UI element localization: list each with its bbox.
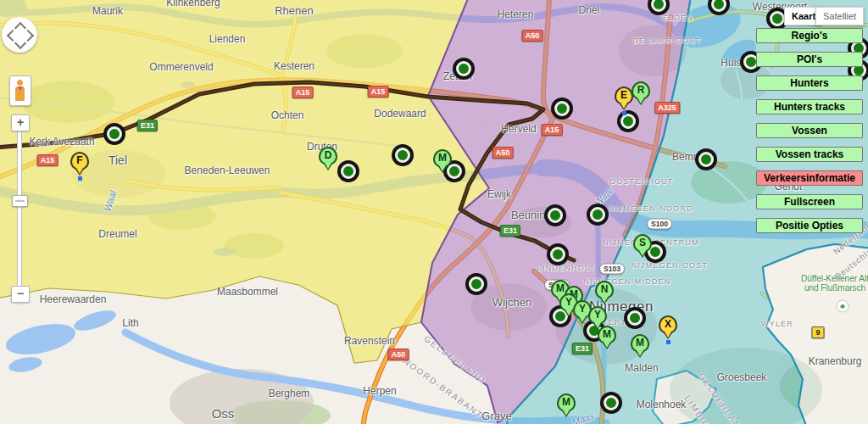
menu-button-positie-opties[interactable]: Positie Opties (756, 218, 863, 233)
zoom-out-button[interactable]: − (11, 286, 30, 303)
map-pin-m[interactable]: M (557, 393, 576, 412)
menu-button-hunters[interactable]: Hunters (756, 75, 863, 91)
pegman-icon (17, 80, 23, 86)
pegman[interactable] (9, 75, 31, 106)
menu-button-regios[interactable]: Regio's (756, 28, 863, 43)
map-pin-n[interactable]: N (595, 281, 614, 299)
map-marker[interactable] (770, 11, 785, 26)
map-pin-x[interactable]: X (659, 315, 677, 334)
map-marker[interactable] (395, 148, 410, 163)
pin-layer: FEXDMRSNMMYYYMMM (0, 0, 868, 424)
map-pin-y[interactable]: Y (588, 306, 607, 325)
menu-button-vossen-tracks[interactable]: Vossen tracks (756, 147, 863, 162)
zoom-slider-track[interactable] (17, 131, 22, 287)
menu-button-vossen[interactable]: Vossen (756, 123, 863, 138)
map-marker[interactable] (627, 310, 643, 326)
map-pin-r[interactable]: R (632, 81, 650, 100)
menu-button-pois[interactable]: POI's (756, 52, 863, 67)
map-marker[interactable] (590, 207, 605, 222)
pin-blue-tip (622, 111, 626, 115)
map-application: A15A15A15A15A50A50A50A325E31E31E31S100S1… (0, 0, 868, 424)
map-marker[interactable] (620, 114, 636, 129)
map-marker[interactable] (554, 101, 570, 116)
menu-button-fullscreen[interactable]: Fullscreen (756, 194, 863, 209)
pan-down-arrow[interactable] (14, 37, 26, 49)
map-marker[interactable] (548, 208, 563, 223)
map-marker[interactable] (107, 126, 122, 142)
pan-right-arrow[interactable] (22, 30, 34, 42)
pin-blue-tip (666, 340, 670, 344)
map-pin-f[interactable]: F (70, 152, 89, 170)
map-marker[interactable] (341, 164, 356, 179)
menu-button-verkeersinformatie[interactable]: Verkeersinformatie (756, 170, 863, 186)
map-marker[interactable] (550, 247, 565, 262)
map-pin-m[interactable]: M (631, 334, 649, 353)
map-pin-s[interactable]: S (633, 234, 652, 253)
map-marker[interactable] (456, 61, 471, 76)
pan-control[interactable] (2, 17, 37, 53)
map-pin-e[interactable]: E (615, 86, 633, 105)
map-marker[interactable] (447, 164, 462, 179)
map-type-satelliet-button[interactable]: Satelliet (815, 7, 864, 25)
pin-blue-tip (78, 176, 82, 181)
map-pin-m[interactable]: M (598, 326, 616, 344)
map-pin-m[interactable]: M (433, 149, 452, 168)
menu-button-hunters-tracks[interactable]: Hunters tracks (756, 99, 863, 114)
map-marker[interactable] (604, 395, 619, 410)
zoom-slider-handle[interactable] (12, 195, 28, 207)
zoom-in-button[interactable]: + (11, 114, 30, 131)
map-marker[interactable] (469, 276, 484, 292)
map-marker[interactable] (698, 152, 714, 167)
map-pin-d[interactable]: D (319, 147, 337, 165)
